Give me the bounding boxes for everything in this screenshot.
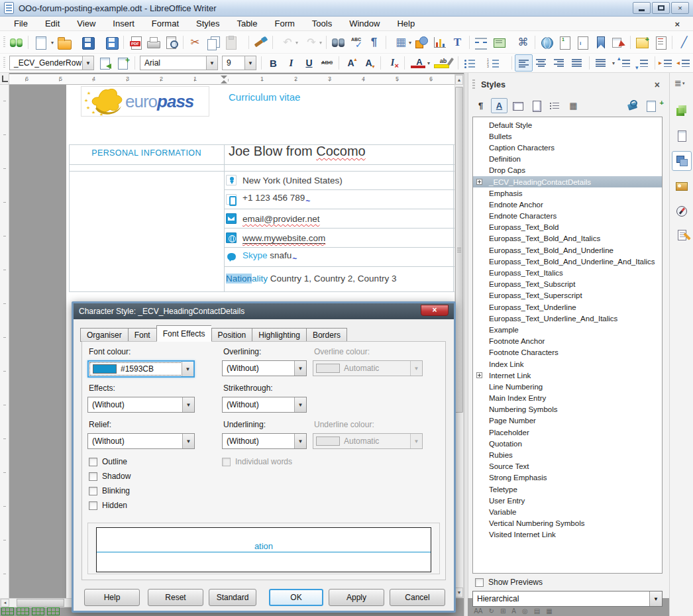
horizontal-ruler[interactable]: 654321 1234567 xyxy=(9,74,454,85)
menu-item[interactable]: Window xyxy=(341,17,388,30)
increase-paragraph-spacing-icon[interactable] xyxy=(616,54,634,72)
insert-shapes-icon[interactable] xyxy=(413,34,431,51)
deck-changes-icon[interactable] xyxy=(672,225,692,245)
style-list-item[interactable]: Teletype xyxy=(473,484,662,495)
effect-checkbox-row[interactable]: Outline xyxy=(89,457,127,466)
scrollbar-thumb[interactable] xyxy=(17,599,64,607)
save-icon[interactable] xyxy=(79,34,103,51)
separator[interactable] xyxy=(336,54,342,72)
redo-icon[interactable]: ↷ xyxy=(299,34,323,51)
target-icon[interactable]: ◎ xyxy=(522,607,528,615)
new-style-from-selection-icon[interactable] xyxy=(643,98,665,113)
dialog-button[interactable]: Reset xyxy=(148,589,203,606)
bookmark-icon[interactable] xyxy=(592,34,610,51)
font-name-combobox[interactable]: Arial ▼ xyxy=(140,56,218,70)
style-list-item[interactable]: Footnote Characters xyxy=(473,347,662,358)
overlining-combobox[interactable]: (Without) ▼ xyxy=(222,360,307,376)
checkbox[interactable] xyxy=(89,472,97,481)
table-icon[interactable] xyxy=(1,607,14,615)
menu-item[interactable]: Insert xyxy=(104,17,143,30)
contact-row[interactable]: New York (United States)~ xyxy=(224,171,454,190)
underlining-combobox[interactable]: (Without) ▼ xyxy=(222,433,307,449)
style-list-item[interactable]: Europass_Text_Superscript xyxy=(473,290,662,301)
style-list-item[interactable]: Main Index Entry xyxy=(473,393,662,404)
table-icon[interactable] xyxy=(47,607,60,615)
scroll-down-icon[interactable]: ▼ xyxy=(455,588,463,597)
font-color-icon[interactable]: A xyxy=(407,54,431,72)
expander-icon[interactable] xyxy=(476,372,482,378)
toolbar-grip[interactable] xyxy=(1,54,7,72)
style-list-item[interactable]: Endnote Characters xyxy=(473,211,662,222)
menu-item[interactable]: Help xyxy=(388,17,423,30)
bullet-list-icon[interactable] xyxy=(461,54,485,72)
separator[interactable] xyxy=(466,34,472,51)
style-list-item[interactable]: Europass_Text_Subscript xyxy=(473,279,662,290)
style-list-item[interactable]: Definition xyxy=(473,154,662,165)
effect-checkbox-row[interactable]: Blinking xyxy=(89,486,130,495)
style-list-item[interactable]: Strong Emphasis xyxy=(473,472,662,484)
deck-gallery-icon[interactable] xyxy=(672,176,692,196)
effects-combobox[interactable]: (Without) ▼ xyxy=(87,397,195,413)
insert-table-icon[interactable]: ▦ xyxy=(389,34,413,51)
dialog-tab[interactable]: Organiser xyxy=(80,328,128,342)
chevron-down-icon[interactable]: ▼ xyxy=(649,591,662,606)
horizontal-scrollbar[interactable]: ◂ xyxy=(0,598,78,607)
chevron-down-icon[interactable]: ▼ xyxy=(182,362,193,376)
separator[interactable] xyxy=(121,34,127,51)
menu-item[interactable]: Format xyxy=(143,17,187,30)
chevron-down-icon[interactable]: ▼ xyxy=(294,361,306,376)
new-style-icon[interactable] xyxy=(114,54,132,72)
dialog-close-button[interactable]: × xyxy=(421,305,449,316)
close-document-icon[interactable]: × xyxy=(674,19,680,29)
decrease-indent-icon[interactable] xyxy=(676,54,693,72)
insert-field-icon[interactable] xyxy=(490,34,514,51)
uppercase-icon[interactable]: AA xyxy=(474,607,482,615)
separator[interactable] xyxy=(270,34,276,51)
dialog-tab[interactable]: Position xyxy=(211,328,252,342)
style-list-item[interactable]: Europass_Text_Italics xyxy=(473,267,662,278)
strikethrough-combobox[interactable]: (Without) ▼ xyxy=(222,397,307,413)
spelling-icon[interactable]: ABC xyxy=(347,34,365,51)
style-list-item[interactable]: Europass_Text_Underline xyxy=(473,301,662,313)
dialog-tab[interactable]: Font Effects xyxy=(156,325,211,342)
cut-icon[interactable]: ✂ xyxy=(186,34,204,51)
style-filter-combobox[interactable]: Hierarchical ▼ xyxy=(472,591,663,607)
panel-grip[interactable] xyxy=(472,79,475,90)
vertical-scrollbar[interactable]: ▲ ▼ xyxy=(454,74,464,598)
deck-navigator-icon[interactable] xyxy=(672,201,692,221)
menu-item[interactable]: Styles xyxy=(187,17,228,30)
style-list-item[interactable]: Numbering Symbols xyxy=(473,404,662,415)
style-list-item[interactable]: Line Numbering xyxy=(473,381,662,392)
style-list-item[interactable]: Drop Caps xyxy=(473,165,662,176)
chevron-down-icon[interactable]: ▼ xyxy=(82,56,93,70)
vertical-ruler[interactable] xyxy=(0,85,9,598)
style-list-item[interactable]: User Entry xyxy=(473,495,662,506)
contact-row[interactable]: Skype snafu~ xyxy=(224,248,454,267)
relief-combobox[interactable]: (Without) ▼ xyxy=(87,433,195,449)
copy-icon[interactable] xyxy=(204,34,222,51)
page-styles-icon[interactable] xyxy=(528,98,545,113)
print-preview-icon[interactable] xyxy=(162,34,180,51)
track-changes-icon[interactable] xyxy=(651,34,669,51)
show-previews-option[interactable]: Show Previews xyxy=(475,578,543,587)
special-character-icon[interactable]: ⌘ xyxy=(514,34,532,51)
decrease-paragraph-spacing-icon[interactable] xyxy=(634,54,652,72)
title-bar[interactable]: OOo-forum-posting-example.odt - LibreOff… xyxy=(0,0,693,17)
style-list-item[interactable]: Europass_Text_Bold_And_Italics xyxy=(473,233,662,244)
contact-row[interactable]: email@provider.net~ xyxy=(224,209,454,229)
align-left-icon[interactable] xyxy=(515,54,533,72)
strikethrough-icon[interactable]: ABC xyxy=(318,54,336,72)
menu-item[interactable]: Tools xyxy=(303,17,341,30)
nationality-row[interactable]: Nationality Country 1, Country 2, Countr… xyxy=(226,274,396,283)
style-list-item[interactable]: Europass_Text_Bold_And_Underline_And_Ita… xyxy=(473,256,662,267)
table-grid-icon[interactable]: ▦ xyxy=(546,607,552,615)
italic-icon[interactable]: I xyxy=(282,54,300,72)
export-pdf-icon[interactable] xyxy=(127,34,144,51)
separator[interactable] xyxy=(323,34,329,51)
separator[interactable] xyxy=(258,54,264,72)
save-as-icon[interactable] xyxy=(103,34,121,51)
style-list-item[interactable]: Caption Characters xyxy=(473,142,662,153)
effect-checkbox-row[interactable]: Shadow xyxy=(89,472,131,481)
align-center-icon[interactable] xyxy=(533,54,551,72)
scrollbar-thumb[interactable] xyxy=(455,87,463,413)
